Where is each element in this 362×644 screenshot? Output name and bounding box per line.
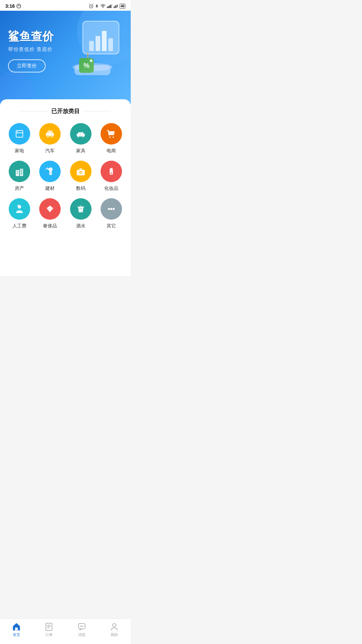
svg-point-49: [110, 169, 113, 170]
drink-icon: [75, 204, 86, 214]
section-title: 已开放类目: [51, 107, 80, 115]
svg-rect-39: [49, 171, 52, 175]
svg-rect-45: [79, 168, 82, 170]
svg-rect-37: [21, 173, 22, 174]
category-fangchan[interactable]: 房产: [5, 161, 34, 192]
category-rengongfei[interactable]: 人工费: [5, 198, 34, 229]
category-shuma[interactable]: 数码: [67, 161, 95, 192]
status-bar: 3:16: [0, 0, 131, 11]
svg-point-6: [103, 7, 103, 8]
svg-point-21: [47, 135, 49, 137]
bluetooth-icon: [95, 4, 99, 8]
svg-rect-8: [108, 6, 109, 8]
status-icons: 40: [89, 4, 125, 9]
category-jiushui[interactable]: 酒水: [67, 198, 95, 229]
svg-rect-13: [115, 6, 115, 8]
svg-rect-10: [110, 5, 111, 8]
shuma-icon-bg: [70, 161, 92, 182]
svg-line-4: [89, 4, 90, 4]
huazhuangpin-icon-bg: [101, 161, 122, 182]
status-time: 3:16: [5, 3, 21, 9]
category-qiche[interactable]: 汽车: [36, 123, 64, 154]
shechipin-label: 奢侈品: [43, 223, 57, 229]
hero-cta-button[interactable]: 立即查价: [8, 59, 46, 72]
shuma-label: 数码: [76, 185, 85, 192]
worker-icon: [14, 204, 25, 214]
qiche-label: 汽车: [45, 148, 55, 154]
sofa-icon: [75, 128, 86, 139]
jiadian-icon-bg: [9, 123, 30, 145]
jiaju-label: 家具: [76, 148, 85, 154]
svg-point-55: [108, 208, 110, 210]
jiancai-icon-bg: [39, 161, 61, 182]
fangchan-label: 房产: [15, 185, 24, 192]
divider-right: [84, 111, 111, 111]
category-dianshang[interactable]: 电商: [98, 123, 126, 154]
category-jiaju[interactable]: 家具: [67, 123, 95, 154]
price-tag: %: [79, 53, 97, 73]
svg-point-57: [113, 208, 115, 210]
svg-line-3: [91, 6, 92, 7]
jiaju-icon-bg: [70, 123, 92, 145]
more-icon: [106, 204, 117, 214]
svg-point-29: [109, 137, 111, 138]
svg-point-56: [110, 208, 112, 210]
svg-rect-12: [114, 7, 114, 8]
diamond-icon: [45, 204, 55, 214]
hero-subtitle: 帮你查低价 查底价: [8, 46, 69, 53]
svg-point-30: [113, 137, 114, 138]
car-icon: [45, 128, 55, 139]
chart-monitor: [82, 21, 119, 54]
dianshang-icon-bg: [101, 123, 122, 145]
jiushui-icon-bg: [70, 198, 92, 220]
alarm-icon: [89, 4, 94, 8]
category-shechipin[interactable]: 奢侈品: [36, 198, 64, 229]
category-qita[interactable]: 其它: [98, 198, 126, 229]
svg-marker-53: [47, 206, 53, 209]
jiancai-label: 建材: [45, 185, 55, 192]
category-grid: 家电 汽车: [5, 123, 125, 229]
jiushui-label: 酒水: [76, 223, 85, 229]
signal2-icon: [114, 4, 118, 8]
battery-indicator: 40: [120, 4, 125, 9]
divider-left: [20, 111, 47, 111]
camera-icon: [75, 166, 86, 177]
section-header: 已开放类目: [5, 107, 125, 115]
hero-illustration: %: [69, 21, 123, 81]
svg-rect-33: [17, 171, 18, 172]
cosmetic-icon: [106, 166, 117, 177]
paint-icon: [45, 166, 55, 177]
appliance-icon: [14, 128, 25, 139]
svg-rect-14: [116, 5, 116, 8]
category-huazhuangpin[interactable]: 化妆品: [98, 161, 126, 192]
hero-text: 鲨鱼查价 帮你查低价 查底价 立即查价: [8, 30, 69, 73]
fangchan-icon-bg: [9, 161, 30, 182]
svg-line-5: [93, 4, 93, 4]
svg-point-44: [80, 172, 81, 173]
svg-rect-26: [78, 132, 83, 134]
shopping-icon: [106, 128, 117, 139]
svg-rect-34: [17, 173, 18, 174]
svg-rect-50: [111, 172, 112, 174]
jiadian-label: 家电: [15, 148, 24, 154]
svg-point-46: [83, 170, 84, 171]
wifi-icon: [100, 4, 106, 8]
huazhuangpin-label: 化妆品: [104, 185, 118, 192]
svg-point-0: [17, 4, 21, 8]
rengongfei-icon-bg: [9, 198, 30, 220]
time-text: 3:16: [5, 3, 15, 9]
svg-rect-24: [77, 134, 78, 137]
nfc-icon: [16, 3, 21, 9]
svg-rect-25: [83, 134, 85, 137]
category-jiadian[interactable]: 家电: [5, 123, 34, 154]
main-content: 已开放类目 家电: [0, 99, 131, 276]
svg-rect-35: [21, 170, 22, 171]
battery-level: 40: [121, 4, 124, 8]
shechipin-icon-bg: [39, 198, 61, 220]
svg-line-41: [46, 169, 47, 169]
hero-title: 鲨鱼查价: [8, 30, 69, 43]
category-jiancai[interactable]: 建材: [36, 161, 64, 192]
qita-icon-bg: [101, 198, 122, 220]
qiche-icon-bg: [39, 123, 61, 145]
signal-icon: [107, 4, 112, 8]
